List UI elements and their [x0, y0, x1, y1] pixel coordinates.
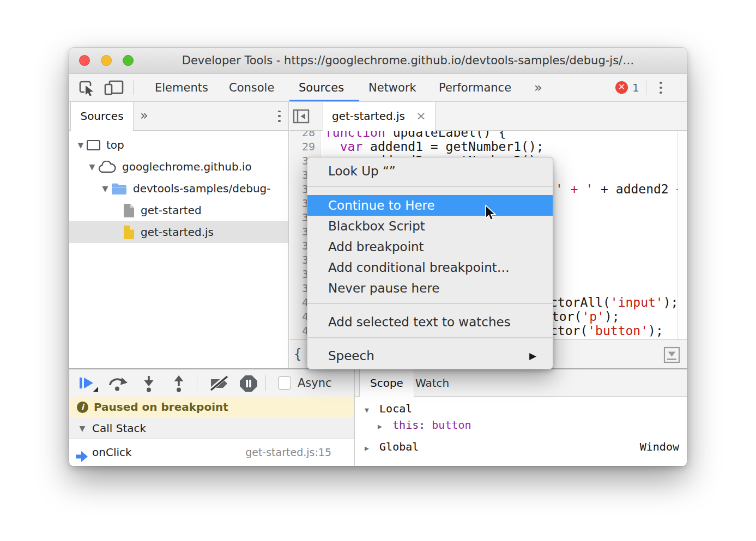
tree-item-origin[interactable]: ▼ googlechrome.github.io [69, 156, 288, 178]
scope-section-label: Local [379, 402, 412, 415]
main-menu-kebab-icon[interactable] [660, 80, 662, 95]
async-checkbox[interactable] [278, 376, 291, 390]
minimize-window-button[interactable] [101, 55, 112, 66]
call-stack-header[interactable]: ▼ Call Stack [69, 418, 354, 439]
menu-item-add-breakpoint[interactable]: Add breakpoint [307, 236, 553, 257]
frame-location[interactable]: get-started.js:15 [245, 439, 331, 466]
more-tabs-chevron[interactable]: » [534, 74, 542, 102]
collapse-arrow-icon[interactable]: ▼ [361, 402, 373, 418]
menu-separator [307, 186, 553, 187]
close-tab-icon[interactable]: × [416, 109, 426, 123]
debugger-left-pane: Async i Paused on breakpoint ▼ Call Stac… [69, 369, 355, 466]
editor-scrollbar[interactable] [678, 131, 687, 339]
menu-item-continue-to-here[interactable]: Continue to Here [307, 195, 553, 216]
folder-icon [111, 183, 127, 195]
scope-global-section[interactable]: ▶ Global Window [355, 439, 687, 455]
tab-sources[interactable]: Sources [299, 74, 344, 102]
code-line-32-fragment: ' + ' + addend2 + [555, 182, 684, 196]
error-count[interactable]: 1 [632, 74, 639, 102]
scope-property-name: this: [392, 418, 432, 431]
submenu-arrow-icon: ▶ [529, 345, 536, 366]
navigator-tab-sources[interactable]: Sources [70, 102, 134, 131]
hide-navigator-icon[interactable] [293, 108, 310, 127]
resume-script-icon[interactable] [77, 375, 99, 394]
tree-item-label: get-started [141, 204, 202, 217]
code-line-29: var addend1 = getNumber1(); [325, 139, 544, 154]
expand-arrow-icon[interactable]: ▶ [374, 418, 386, 435]
tree-item-label: top [106, 138, 124, 151]
tab-scope[interactable]: Scope [359, 369, 414, 397]
menu-item-add-conditional-breakpoint[interactable]: Add conditional breakpoint… [307, 257, 553, 278]
scope-property-value: button [432, 418, 471, 431]
navigator-kebab-icon[interactable] [278, 109, 281, 123]
editor-tabbar: get-started.js × [289, 102, 687, 131]
file-icon-js [123, 225, 135, 240]
debugger-panel: Async i Paused on breakpoint ▼ Call Stac… [69, 368, 687, 466]
menu-item-add-selected-text-to-watches[interactable]: Add selected text to watches [307, 312, 553, 332]
window-titlebar: Developer Tools - https://googlechrome.g… [69, 48, 687, 74]
toggle-device-toolbar-icon[interactable] [103, 80, 124, 98]
collapse-arrow-icon[interactable]: ▼ [76, 418, 88, 439]
toolbar-divider [197, 375, 197, 391]
code-line-fragment: tor('p'); [552, 309, 620, 324]
frame-icon [87, 140, 100, 150]
code-line-fragment: ctorAll('input'); [550, 295, 678, 309]
menu-separator [307, 303, 553, 304]
tab-elements[interactable]: Elements [155, 74, 208, 102]
pretty-print-button[interactable]: { [294, 340, 301, 369]
scope-this-row[interactable]: ▶ this: button [355, 417, 687, 433]
tab-network[interactable]: Network [368, 74, 416, 102]
file-tree: ▼ top ▼ googlechrome.github.io ▼ [69, 134, 288, 243]
error-badge-icon[interactable]: ✕ [615, 81, 628, 94]
tree-item-label: devtools-samples/debug- [133, 182, 271, 195]
code-line-fragment: ctor('button'); [550, 324, 663, 338]
menu-item-look-up[interactable]: Look Up “” [307, 161, 553, 181]
expand-arrow-icon[interactable]: ▼ [75, 141, 87, 149]
step-over-icon[interactable] [107, 375, 128, 394]
context-menu: Look Up “” Continue to Here Blackbox Scr… [307, 157, 553, 369]
inspect-element-icon[interactable] [78, 80, 95, 98]
menu-item-speech-label: Speech [328, 349, 374, 363]
expand-arrow-icon[interactable]: ▶ [361, 440, 373, 457]
tree-item-label: googlechrome.github.io [122, 160, 252, 173]
navigator-more-tabs-chevron[interactable]: » [140, 102, 148, 130]
call-stack-frame[interactable]: onClick get-started.js:15 [69, 439, 354, 466]
menu-item-speech[interactable]: Speech ▶ [307, 345, 553, 366]
async-label: Async [298, 369, 332, 397]
menu-item-never-pause-here[interactable]: Never pause here [307, 278, 553, 299]
tab-performance[interactable]: Performance [439, 74, 511, 102]
zoom-window-button[interactable] [123, 55, 134, 66]
devtools-window: Developer Tools - https://googlechrome.g… [69, 48, 687, 466]
pause-on-exceptions-icon[interactable] [239, 375, 258, 394]
debugger-toolbar: Async [69, 369, 354, 397]
expand-arrow-icon[interactable]: ▼ [99, 184, 111, 193]
menu-item-blackbox-script[interactable]: Blackbox Script [307, 216, 553, 236]
info-icon: i [77, 402, 88, 413]
scope-local-section[interactable]: ▼ Local [355, 400, 687, 417]
deactivate-breakpoints-icon[interactable] [209, 375, 231, 394]
navigator-header: Sources » [69, 102, 288, 131]
step-into-icon[interactable] [142, 375, 156, 394]
tab-console[interactable]: Console [229, 74, 274, 102]
expand-arrow-icon[interactable]: ▼ [86, 162, 98, 171]
close-window-button[interactable] [79, 55, 90, 66]
toolbar-divider [133, 81, 134, 95]
tab-watch[interactable]: Watch [415, 369, 449, 397]
devtools-toolbar: Elements Console Sources Network Perform… [69, 74, 687, 102]
step-out-icon[interactable] [172, 375, 186, 394]
tree-item-folder[interactable]: ▼ devtools-samples/debug- [69, 178, 288, 199]
editor-tab-get-started-js[interactable]: get-started.js × [323, 102, 436, 131]
paused-banner: i Paused on breakpoint [69, 397, 354, 418]
editor-tab-label: get-started.js [332, 110, 405, 123]
frame-function-name: onClick [92, 439, 132, 466]
tree-item-top[interactable]: ▼ top [69, 134, 288, 156]
line-number[interactable]: 29 [291, 139, 315, 154]
tree-item-get-started-js[interactable]: get-started.js [69, 221, 288, 243]
line-number[interactable]: 28 [291, 131, 315, 139]
navigator-panel: Sources » ▼ top ▼ googlechro [69, 102, 289, 369]
cloud-icon [98, 161, 116, 173]
tree-item-get-started-html[interactable]: get-started [69, 199, 288, 221]
source-order-icon[interactable] [663, 347, 680, 366]
tree-item-label: get-started.js [141, 226, 214, 239]
active-tab-underline [289, 100, 359, 101]
